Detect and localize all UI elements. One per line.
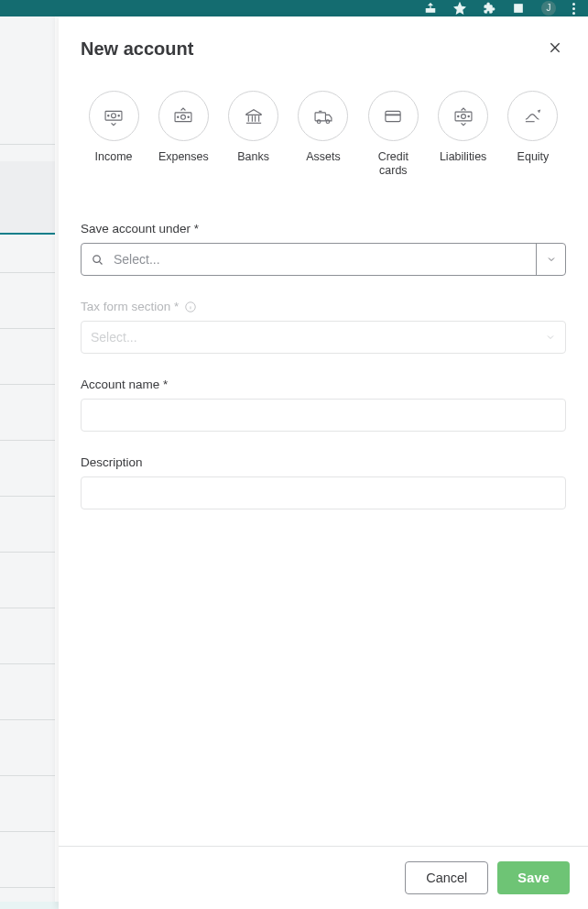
field-label: Tax form section * — [81, 300, 566, 313]
svg-rect-12 — [386, 111, 400, 121]
category-banks[interactable]: Banks — [221, 91, 287, 178]
save-account-under-input[interactable] — [108, 244, 536, 275]
dropdown-toggle[interactable] — [536, 244, 565, 275]
svg-point-7 — [178, 116, 179, 117]
description-input[interactable] — [81, 476, 566, 509]
close-icon — [548, 40, 562, 55]
svg-point-2 — [112, 113, 116, 117]
info-icon — [184, 301, 197, 313]
field-account-name: Account name * — [81, 378, 566, 432]
svg-rect-0 — [515, 5, 522, 12]
category-expenses[interactable]: Expenses — [150, 91, 216, 178]
tabs-icon[interactable] — [512, 2, 525, 15]
chevron-down-icon — [546, 254, 557, 265]
income-icon — [102, 104, 125, 128]
field-label: Description — [81, 455, 566, 469]
svg-point-16 — [468, 115, 469, 116]
background-sidebar — [0, 16, 55, 909]
share-icon[interactable] — [424, 2, 437, 15]
save-button[interactable]: Save — [497, 861, 570, 894]
form: Save account under * Tax form section * — [59, 178, 588, 846]
banks-icon — [242, 104, 266, 128]
panel-footer: Cancel Save — [59, 846, 588, 909]
new-account-panel: New account Income — [59, 16, 588, 909]
tax-form-section-input — [82, 322, 536, 353]
category-liabilities[interactable]: Liabilities — [430, 91, 496, 178]
tax-form-section-combobox — [81, 321, 566, 354]
search-icon — [91, 253, 104, 267]
profile-avatar[interactable]: J — [541, 1, 556, 16]
star-icon[interactable] — [453, 2, 466, 15]
dropdown-toggle — [536, 322, 565, 353]
svg-point-15 — [457, 115, 458, 116]
field-save-account-under: Save account under * — [81, 222, 566, 276]
category-income[interactable]: Income — [81, 91, 147, 178]
field-description: Description — [81, 455, 566, 509]
category-label: Liabilities — [440, 150, 486, 164]
equity-icon — [521, 104, 545, 128]
svg-point-11 — [326, 119, 330, 123]
panel-title: New account — [81, 38, 193, 60]
svg-rect-9 — [315, 112, 325, 120]
save-account-under-combobox[interactable] — [81, 243, 566, 276]
credit-cards-icon — [381, 104, 405, 128]
field-label: Save account under * — [81, 222, 566, 235]
svg-point-8 — [188, 116, 189, 117]
svg-point-6 — [181, 115, 186, 119]
close-button[interactable] — [544, 37, 566, 61]
category-label: Income — [95, 150, 133, 164]
category-label: Expenses — [158, 150, 209, 164]
cancel-button[interactable]: Cancel — [405, 861, 488, 894]
extensions-icon[interactable] — [483, 2, 495, 15]
category-credit-cards[interactable]: Credit cards — [360, 91, 426, 178]
field-tax-form-section: Tax form section * — [81, 300, 566, 354]
category-label: Banks — [237, 150, 269, 164]
category-row: Income Expenses — [59, 61, 588, 178]
account-name-input[interactable] — [81, 399, 566, 432]
svg-point-17 — [93, 255, 101, 262]
category-assets[interactable]: Assets — [290, 91, 356, 178]
svg-point-3 — [108, 115, 109, 115]
expenses-icon — [171, 104, 195, 128]
category-label: Credit cards — [365, 150, 420, 178]
category-label: Assets — [306, 150, 341, 164]
liabilities-icon — [452, 104, 475, 128]
assets-icon — [311, 104, 335, 128]
svg-point-4 — [118, 115, 119, 115]
category-label: Equity — [517, 150, 550, 164]
browser-toolbar: J — [0, 0, 588, 16]
browser-menu-icon[interactable] — [572, 3, 575, 15]
field-label: Account name * — [81, 378, 566, 391]
svg-point-10 — [317, 119, 321, 123]
category-equity[interactable]: Equity — [500, 91, 566, 178]
chevron-down-icon — [545, 332, 556, 343]
svg-point-14 — [461, 114, 465, 118]
